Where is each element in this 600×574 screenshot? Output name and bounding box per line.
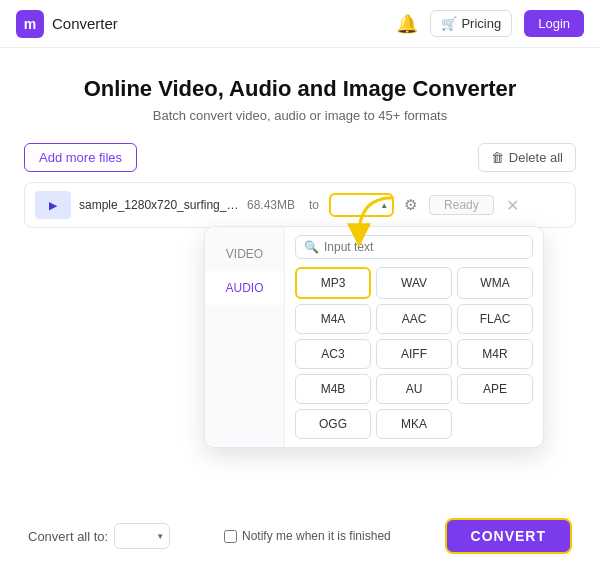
format-btn-wav[interactable]: WAV: [376, 267, 452, 299]
app-logo: m: [16, 10, 44, 38]
convert-button[interactable]: CONVERT: [445, 518, 572, 554]
bell-icon[interactable]: 🔔: [396, 13, 418, 35]
to-label: to: [309, 198, 319, 212]
file-name: sample_1280x720_surfing_with_a...: [79, 198, 239, 212]
cart-icon: 🛒: [441, 16, 457, 31]
toolbar: Add more files 🗑 Delete all: [24, 143, 576, 172]
notify-wrapper: Notify me when it is finished: [224, 529, 391, 543]
search-box: 🔍: [295, 235, 533, 259]
category-video[interactable]: VIDEO: [205, 237, 284, 271]
delete-all-button[interactable]: 🗑 Delete all: [478, 143, 576, 172]
app-name: Converter: [52, 15, 118, 32]
file-row: ▶ sample_1280x720_surfing_with_a... 68.4…: [24, 182, 576, 228]
format-dropdown: VIDEO AUDIO 🔍 MP3WAVWMAM4AAACFLACAC3AIFF…: [204, 226, 544, 448]
logo-area: m Converter: [16, 10, 118, 38]
format-btn-ac3[interactable]: AC3: [295, 339, 371, 369]
format-btn-au[interactable]: AU: [376, 374, 452, 404]
format-btn-wma[interactable]: WMA: [457, 267, 533, 299]
pricing-label: Pricing: [461, 16, 501, 31]
format-btn-ogg[interactable]: OGG: [295, 409, 371, 439]
format-btn-aiff[interactable]: AIFF: [376, 339, 452, 369]
page-subtitle: Batch convert video, audio or image to 4…: [24, 108, 576, 123]
file-size: 68.43MB: [247, 198, 295, 212]
search-icon: 🔍: [304, 240, 319, 254]
notify-label: Notify me when it is finished: [242, 529, 391, 543]
convert-all-select-wrapper: MP3 WAV: [114, 523, 170, 549]
format-select[interactable]: MP3 WAV WMA M4A AAC FLAC: [329, 193, 394, 217]
file-icon: ▶: [49, 200, 57, 211]
header: m Converter 🔔 🛒 Pricing Login: [0, 0, 600, 48]
file-area: ▶ sample_1280x720_surfing_with_a... 68.4…: [24, 182, 576, 228]
trash-icon: 🗑: [491, 150, 504, 165]
convert-all-wrapper: Convert all to: MP3 WAV: [28, 523, 170, 549]
login-button[interactable]: Login: [524, 10, 584, 37]
header-right: 🔔 🛒 Pricing Login: [396, 10, 584, 37]
pricing-button[interactable]: 🛒 Pricing: [430, 10, 512, 37]
format-btn-mp3[interactable]: MP3: [295, 267, 371, 299]
add-files-button[interactable]: Add more files: [24, 143, 137, 172]
file-thumbnail: ▶: [35, 191, 71, 219]
close-icon[interactable]: ✕: [506, 196, 519, 215]
dropdown-inner: VIDEO AUDIO 🔍 MP3WAVWMAM4AAACFLACAC3AIFF…: [205, 227, 543, 447]
category-sidebar: VIDEO AUDIO: [205, 227, 285, 447]
gear-icon[interactable]: ⚙: [404, 196, 417, 214]
delete-all-label: Delete all: [509, 150, 563, 165]
format-btn-ape[interactable]: APE: [457, 374, 533, 404]
category-audio[interactable]: AUDIO: [205, 271, 284, 305]
convert-all-label: Convert all to:: [28, 529, 108, 544]
main-content: Online Video, Audio and Image Converter …: [0, 48, 600, 250]
format-btn-m4a[interactable]: M4A: [295, 304, 371, 334]
format-grid: MP3WAVWMAM4AAACFLACAC3AIFFM4RM4BAUAPEOGG…: [295, 267, 533, 439]
ready-badge: Ready: [429, 195, 494, 215]
notify-checkbox[interactable]: [224, 530, 237, 543]
format-select-wrapper: MP3 WAV WMA M4A AAC FLAC: [329, 193, 394, 217]
format-btn-m4r[interactable]: M4R: [457, 339, 533, 369]
page-title: Online Video, Audio and Image Converter: [24, 76, 576, 102]
bottom-bar: Convert all to: MP3 WAV Notify me when i…: [24, 504, 576, 558]
format-btn-aac[interactable]: AAC: [376, 304, 452, 334]
format-area: 🔍 MP3WAVWMAM4AAACFLACAC3AIFFM4RM4BAUAPEO…: [285, 227, 543, 447]
format-btn-mka[interactable]: MKA: [376, 409, 452, 439]
search-input[interactable]: [324, 240, 524, 254]
format-btn-m4b[interactable]: M4B: [295, 374, 371, 404]
format-btn-flac[interactable]: FLAC: [457, 304, 533, 334]
convert-all-select[interactable]: MP3 WAV: [114, 523, 170, 549]
